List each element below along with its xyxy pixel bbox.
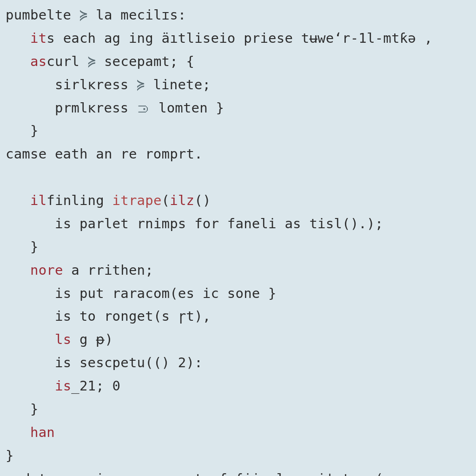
token-fn: itrape <box>112 192 162 208</box>
token-kw: is <box>55 378 71 394</box>
code-line: camse eath an re romprt. <box>6 146 203 162</box>
token-pn: } <box>30 239 39 255</box>
code-line: is put raracom(es ic sone } <box>6 285 277 301</box>
token-kw: il <box>30 192 46 208</box>
token-id: is sescpetu(() 2): <box>55 355 203 370</box>
token-kw: as <box>30 53 46 69</box>
token-id: is parlet rnimps for faneli as tisl().); <box>55 216 383 231</box>
code-line: nore a rrithen; <box>6 262 153 278</box>
token-pn: } <box>30 123 39 139</box>
token-pn: ( <box>162 192 170 208</box>
code-line: han <box>6 424 55 440</box>
code-editor[interactable]: pumbelte ≽ la mecilɪs: its each ag ing ä… <box>0 0 476 476</box>
code-line: } <box>6 401 39 417</box>
code-line: is sescpetu(() 2): <box>6 355 203 370</box>
token-id: linete; <box>145 77 211 93</box>
token-op: ≽ <box>88 53 96 69</box>
token-pn: () <box>194 192 211 208</box>
token-id: secepamt; { <box>96 53 194 69</box>
code-line: } <box>6 239 39 255</box>
code-line: ascurl ≽ secepamt; { <box>6 53 194 69</box>
code-line: is parlet rnimps for faneli as tisl().); <box>6 216 383 231</box>
token-id: la mecilɪs: <box>88 7 186 23</box>
code-line <box>6 169 14 185</box>
code-line: its each ag ing äıtliseio priese tʉweʻr-… <box>6 30 432 46</box>
token-pn: } <box>6 448 14 463</box>
token-id: pumbelte <box>6 7 79 23</box>
code-line: pumbelte ≽ la mecilɪs: <box>6 7 186 23</box>
token-op: ≽ <box>79 7 88 23</box>
code-line: sirlᴋress ≽ linete; <box>6 77 211 93</box>
token-id: is put raracom(es ic sone } <box>55 285 277 301</box>
token-id: sirlᴋress <box>55 77 137 93</box>
code-line: ilfinling itrape(ilz() <box>6 192 211 208</box>
token-id <box>6 169 14 185</box>
token-id: is to ronget(s ɼt), <box>55 308 211 324</box>
token-id: a rrithen; <box>63 262 153 278</box>
code-line: is to ronget(s ɼt), <box>6 308 211 324</box>
token-pn: } <box>30 401 39 417</box>
token-id: updates ao iny remesrent of ƭiis laes iꞌ… <box>6 471 391 476</box>
code-line: ls g ᵽ) <box>6 331 113 347</box>
token-kw: nore <box>30 262 63 278</box>
token-kw: ilz <box>170 192 194 208</box>
token-kw: ls <box>55 331 71 347</box>
code-line: updates ao iny remesrent of ƭiis laes iꞌ… <box>6 471 391 476</box>
token-id: camse eath an re romprt. <box>6 146 203 162</box>
code-line: is_21; 0 <box>6 378 120 394</box>
token-op: ⪾ <box>137 100 150 116</box>
code-line: prmlᴋress ⪾ lomten } <box>6 100 224 116</box>
token-kw: it <box>30 30 46 46</box>
token-kw: han <box>30 424 55 440</box>
token-id: finling <box>46 192 112 208</box>
code-line: } <box>6 448 14 463</box>
token-id: curl <box>46 53 87 69</box>
code-line: } <box>6 123 39 139</box>
token-op: ≽ <box>137 77 145 93</box>
token-id: lomten } <box>150 100 224 116</box>
token-id: s each ag ing äıtliseio priese tʉweʻr-1l… <box>46 30 432 46</box>
token-id: g ᵽ) <box>71 331 113 347</box>
token-id: prmlᴋress <box>55 100 137 116</box>
token-id: _21; 0 <box>71 378 120 394</box>
